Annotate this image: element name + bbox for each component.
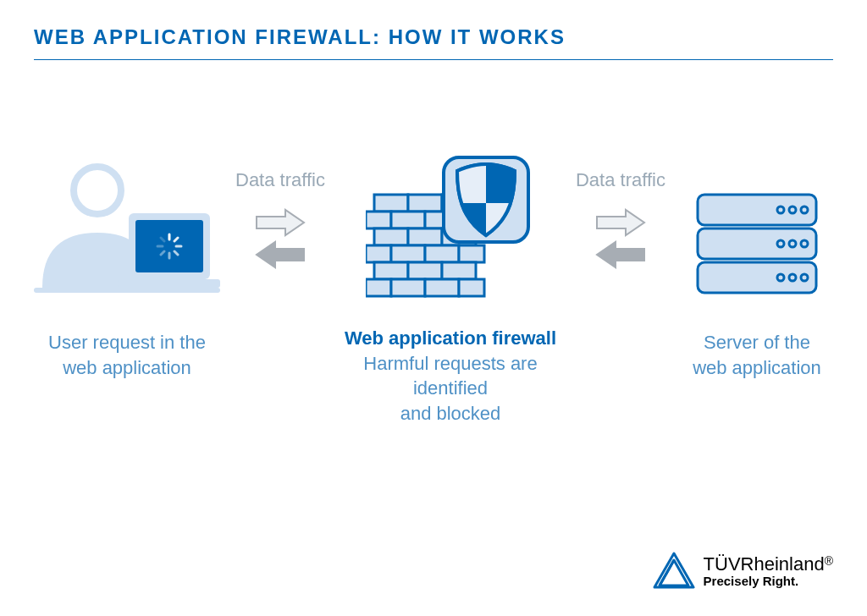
- svg-point-1: [74, 167, 121, 214]
- brand-slogan: Precisely Right.: [704, 575, 833, 589]
- svg-rect-14: [408, 195, 442, 212]
- user-caption: User request in the web application: [48, 330, 206, 380]
- user-laptop-icon: [34, 152, 220, 296]
- server-caption: Server of the web application: [693, 330, 821, 380]
- arrow-left-icon: [255, 240, 306, 269]
- arrows-right: Data traffic: [576, 152, 665, 269]
- user-caption-line2: web application: [48, 355, 206, 381]
- traffic-label-left: Data traffic: [235, 169, 325, 191]
- brand-registered: ®: [825, 553, 833, 567]
- arrow-right-icon: [255, 208, 306, 237]
- waf-caption-line2: and blocked: [340, 401, 561, 426]
- diagram-row: User request in the web application Data…: [34, 152, 833, 426]
- svg-rect-36: [698, 228, 816, 259]
- waf-caption: Web application firewall Harmful request…: [340, 326, 561, 426]
- arrows-left: Data traffic: [235, 152, 325, 269]
- svg-rect-21: [408, 228, 442, 245]
- svg-rect-25: [425, 245, 459, 262]
- server-column: Server of the web application: [681, 152, 833, 380]
- svg-rect-0: [34, 288, 220, 293]
- brand-name-light: Rheinland: [741, 553, 825, 575]
- svg-rect-37: [698, 262, 816, 293]
- svg-rect-28: [408, 262, 442, 279]
- svg-rect-29: [442, 262, 476, 279]
- svg-rect-26: [459, 245, 484, 262]
- brand-name-bold: TÜV: [704, 553, 741, 575]
- waf-column: Web application firewall Harmful request…: [340, 152, 561, 426]
- firewall-shield-icon: [366, 152, 535, 305]
- svg-rect-24: [391, 245, 425, 262]
- user-caption-line1: User request in the: [48, 330, 206, 355]
- waf-caption-line1: Harmful requests are identified: [340, 351, 561, 401]
- server-caption-line2: web application: [693, 355, 821, 381]
- traffic-label-right: Data traffic: [576, 169, 665, 191]
- svg-rect-16: [366, 212, 391, 228]
- brand-text: TÜVRheinland® Precisely Right.: [704, 554, 833, 589]
- server-caption-line1: Server of the: [693, 330, 821, 355]
- tuv-logo-icon: [653, 552, 695, 591]
- svg-rect-30: [366, 279, 391, 296]
- svg-rect-27: [374, 262, 408, 279]
- page-title: WEB APPLICATION FIREWALL: HOW IT WORKS: [34, 25, 566, 49]
- svg-rect-20: [374, 228, 408, 245]
- user-column: User request in the web application: [34, 152, 220, 380]
- svg-rect-31: [391, 279, 425, 296]
- brand-block: TÜVRheinland® Precisely Right.: [653, 552, 833, 591]
- arrow-left-icon: [595, 240, 646, 269]
- waf-heading: Web application firewall: [340, 326, 561, 351]
- arrow-right-icon: [595, 208, 646, 237]
- svg-rect-17: [391, 212, 425, 228]
- svg-rect-23: [366, 245, 391, 262]
- svg-rect-35: [698, 195, 816, 225]
- svg-rect-2: [119, 279, 220, 288]
- svg-rect-32: [425, 279, 459, 296]
- svg-rect-13: [374, 195, 408, 212]
- svg-rect-4: [135, 220, 203, 272]
- server-rack-icon: [689, 152, 825, 296]
- title-underline: [34, 59, 833, 60]
- svg-rect-33: [459, 279, 484, 296]
